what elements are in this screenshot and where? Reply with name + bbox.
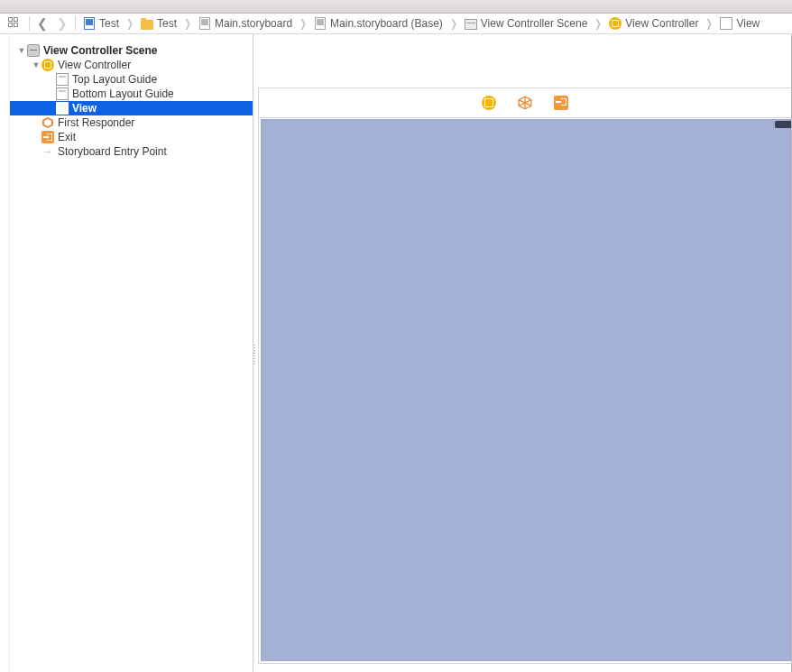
editor-tab-bar bbox=[0, 0, 792, 14]
outline-top-layout-guide-row[interactable]: Top Layout Guide bbox=[10, 72, 253, 87]
outline-view-row[interactable]: View bbox=[10, 101, 253, 115]
view-icon bbox=[55, 102, 69, 115]
folder-icon bbox=[141, 17, 153, 30]
scene-dock bbox=[259, 88, 791, 118]
exit-icon bbox=[41, 131, 54, 144]
chevron-right-icon: ❭ bbox=[593, 17, 603, 30]
disclosure-triangle-icon[interactable]: ▼ bbox=[17, 43, 26, 58]
outline-first-responder-row[interactable]: First Responder bbox=[10, 115, 253, 130]
outline-view-controller-row[interactable]: ▼ View Controller bbox=[10, 58, 253, 72]
project-icon bbox=[83, 17, 96, 30]
view-controller-icon bbox=[41, 59, 54, 72]
storyboard-file-icon bbox=[314, 17, 327, 30]
outline-bottom-layout-guide-row[interactable]: Bottom Layout Guide bbox=[10, 87, 253, 101]
outline-label: Storyboard Entry Point bbox=[56, 144, 167, 159]
document-outline: ▼ View Controller Scene ▼ View Controlle… bbox=[10, 34, 253, 672]
jumpbar-label: View Controller bbox=[625, 17, 698, 30]
jump-bar: ❮ ❯ Test ❭ Test ❭ Main.storyboard ❭ Main… bbox=[0, 14, 792, 34]
left-gutter bbox=[0, 34, 10, 672]
disclosure-triangle-icon[interactable]: ▼ bbox=[32, 58, 41, 72]
jumpbar-seg-project[interactable]: Test bbox=[79, 17, 123, 30]
jumpbar-label: View bbox=[736, 17, 760, 30]
jumpbar-label: Test bbox=[99, 17, 119, 30]
chevron-right-icon: ❭ bbox=[298, 17, 309, 30]
outline-entry-point-row[interactable]: → Storyboard Entry Point bbox=[10, 144, 253, 159]
jumpbar-label: Main.storyboard (Base) bbox=[330, 17, 443, 30]
jumpbar-seg-view-controller[interactable]: View Controller bbox=[605, 17, 702, 30]
layout-guide-icon bbox=[55, 87, 69, 101]
grid-icon bbox=[7, 16, 22, 31]
storyboard-file-icon bbox=[198, 17, 211, 30]
jumpbar-seg-view[interactable]: View bbox=[716, 17, 763, 30]
root-view[interactable] bbox=[261, 119, 791, 661]
interface-builder-canvas[interactable] bbox=[253, 34, 792, 672]
chevron-right-icon: ❭ bbox=[182, 17, 193, 30]
outline-exit-row[interactable]: Exit bbox=[10, 130, 253, 144]
chevron-right-icon: ❭ bbox=[124, 17, 135, 30]
back-button[interactable]: ❮ bbox=[33, 16, 51, 31]
jumpbar-label: Test bbox=[157, 17, 177, 30]
jumpbar-seg-scene[interactable]: View Controller Scene bbox=[461, 17, 592, 30]
layout-guide-icon bbox=[55, 73, 69, 87]
outline-label: View Controller Scene bbox=[41, 43, 158, 58]
view-icon bbox=[720, 17, 732, 30]
jumpbar-seg-storyboard[interactable]: Main.storyboard bbox=[195, 17, 296, 30]
related-items-button[interactable] bbox=[4, 16, 25, 31]
scene-icon bbox=[465, 17, 477, 30]
outline-label: View bbox=[70, 101, 97, 115]
chevron-right-icon: ❭ bbox=[704, 17, 714, 30]
jumpbar-label: Main.storyboard bbox=[215, 17, 292, 30]
jumpbar-seg-group[interactable]: Test bbox=[137, 17, 180, 30]
first-responder-icon bbox=[41, 116, 54, 130]
outline-label: Bottom Layout Guide bbox=[70, 87, 174, 101]
separator bbox=[75, 16, 76, 31]
outline-resize-handle[interactable] bbox=[253, 341, 256, 368]
scene-icon bbox=[26, 44, 40, 58]
view-controller-icon[interactable] bbox=[482, 96, 496, 110]
storyboard-entry-point-icon: → bbox=[41, 145, 54, 159]
outline-label: First Responder bbox=[56, 115, 134, 130]
forward-button[interactable]: ❯ bbox=[53, 16, 71, 31]
first-responder-icon[interactable] bbox=[518, 96, 532, 110]
outline-scene-row[interactable]: ▼ View Controller Scene bbox=[10, 43, 253, 58]
view-controller-scene[interactable] bbox=[259, 88, 791, 663]
jumpbar-seg-storyboard-base[interactable]: Main.storyboard (Base) bbox=[310, 17, 447, 30]
exit-icon[interactable] bbox=[554, 96, 568, 110]
status-bar-indicator bbox=[775, 121, 792, 128]
view-controller-icon bbox=[609, 17, 622, 30]
outline-label: View Controller bbox=[56, 58, 131, 72]
editor-content: ▼ View Controller Scene ▼ View Controlle… bbox=[0, 34, 792, 672]
jumpbar-label: View Controller Scene bbox=[481, 17, 588, 30]
separator bbox=[29, 16, 30, 31]
chevron-right-icon: ❭ bbox=[448, 17, 459, 30]
outline-label: Exit bbox=[56, 130, 76, 144]
outline-label: Top Layout Guide bbox=[70, 72, 157, 87]
